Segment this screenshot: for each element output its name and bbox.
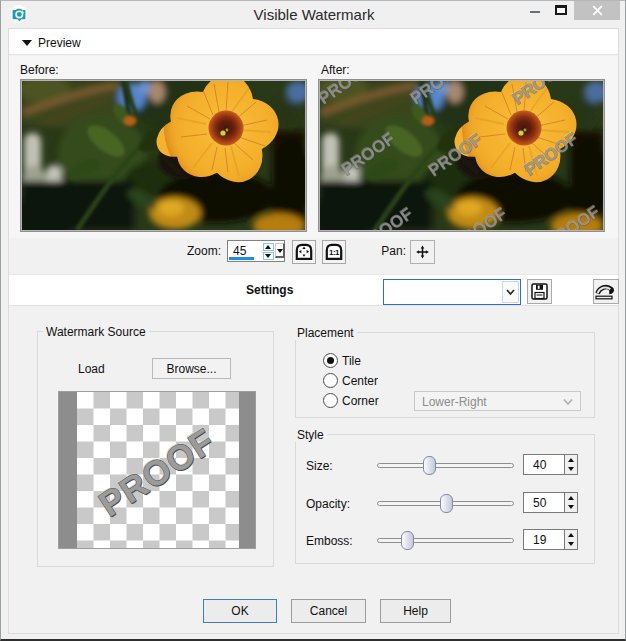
svg-text:1:1: 1:1 — [329, 248, 340, 257]
svg-text:PROOF: PROOF — [92, 420, 222, 523]
